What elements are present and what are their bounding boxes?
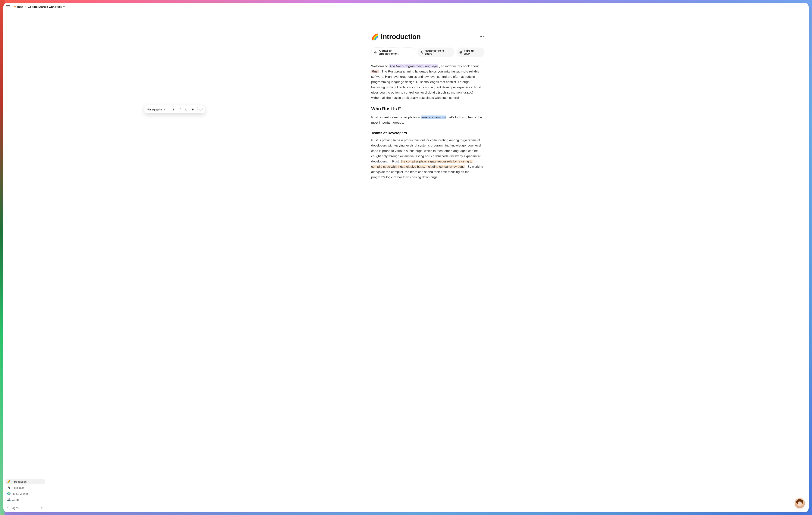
document-header: 🌈 Introduction ••• — [371, 33, 484, 41]
app-window: / Rust / Getting Started with Rust 🌈 Int… — [3, 3, 809, 512]
sidebar-item-label: Cargo — [12, 498, 20, 501]
document-title-wrap: 🌈 Introduction — [371, 33, 420, 41]
app-body: 🌈 Introduction 🔌 Installation 🌍 Hello, W… — [3, 10, 809, 512]
action-label: Faire un QCM — [464, 49, 482, 55]
underline-button[interactable]: U — [183, 107, 189, 112]
document-emoji[interactable]: 🌈 — [371, 33, 379, 40]
sidebar-item-emoji: 🌈 — [7, 480, 11, 483]
sidebar-item-introduction[interactable]: 🌈 Introduction — [5, 479, 45, 484]
sidebar-footer: Pages + — [5, 504, 45, 511]
intro-paragraph[interactable]: Welcome to The Rust Programming Language… — [371, 64, 484, 100]
document: 🌈 Introduction ••• Ajouter un enregistre… — [368, 10, 488, 193]
strikethrough-button[interactable]: S — [190, 107, 196, 112]
status-dot-icon — [14, 6, 16, 7]
document-title[interactable]: Introduction — [381, 33, 420, 41]
teams-heading[interactable]: Teams of Developers — [371, 131, 484, 135]
svg-point-5 — [461, 52, 461, 53]
add-page-button[interactable]: + — [40, 506, 43, 510]
chevron-down-icon — [63, 5, 65, 8]
breadcrumb-parent[interactable]: Rust — [14, 5, 23, 8]
menu-toggle-icon[interactable] — [6, 5, 10, 8]
action-row: Ajouter un enregistrement Retranscrire l… — [371, 48, 484, 57]
italic-button[interactable]: I — [177, 107, 183, 112]
sidebar-item-label: Hello, World! — [12, 492, 28, 495]
breadcrumb-separator: / — [25, 5, 26, 8]
breadcrumb-separator: / — [12, 5, 12, 8]
sidebar-item-emoji: 🚢 — [7, 498, 11, 501]
chevron-up-icon — [6, 507, 9, 509]
add-recording-button[interactable]: Ajouter un enregistrement — [371, 48, 415, 57]
selected-text: variety of reasons — [420, 116, 446, 119]
highlighted-book-name: The Rust Programming Language — [389, 64, 438, 68]
block-type-label: Paragraphe — [147, 108, 162, 111]
sidebar-item-cargo[interactable]: 🚢 Cargo — [5, 497, 45, 503]
content-area: 🌈 Introduction ••• Ajouter un enregistre… — [47, 10, 809, 512]
highlighted-rust-word: Rust — [371, 70, 379, 73]
sidebar-item-installation[interactable]: 🔌 Installation — [5, 485, 45, 490]
sidebar-footer-label: Pages — [10, 506, 19, 510]
retranscribe-button[interactable]: Retranscrire le cours — [417, 48, 454, 57]
block-type-selector[interactable]: Paragraphe — [146, 107, 167, 112]
text: , an introductory book about — [439, 64, 479, 68]
color-picker-button[interactable] — [199, 108, 203, 111]
toolbar-separator — [197, 107, 198, 111]
sidebar-item-emoji: 🔌 — [7, 486, 11, 489]
sidebar-item-label: Installation — [12, 486, 25, 489]
bold-button[interactable]: B — [171, 107, 176, 112]
sidebar-item-emoji: 🌍 — [7, 492, 11, 495]
action-label: Ajouter un enregistrement — [379, 49, 412, 55]
waveform-icon — [374, 51, 377, 54]
quiz-button[interactable]: Faire un QCM — [457, 48, 484, 57]
pages-toggle[interactable]: Pages — [6, 506, 19, 510]
teams-paragraph[interactable]: Rust is proving to be a productive tool … — [371, 138, 484, 180]
text: Rust is ideal for many people for a — [371, 116, 420, 119]
sidebar-item-label: Introduction — [12, 480, 27, 483]
floating-format-toolbar: Paragraphe B I U S — [144, 105, 205, 113]
breadcrumb-current[interactable]: Getting Started with Rust — [28, 5, 65, 8]
who-heading[interactable]: Who Rust Is F — [371, 106, 484, 111]
breadcrumb-current-label: Getting Started with Rust — [28, 5, 62, 8]
text: Rust is proving to be a productive tool … — [371, 139, 481, 163]
breadcrumb-parent-label: Rust — [17, 5, 23, 8]
atom-icon — [459, 51, 462, 54]
user-avatar[interactable] — [795, 498, 805, 508]
sidebar-item-hello-world[interactable]: 🌍 Hello, World! — [5, 491, 45, 496]
sidebar: 🌈 Introduction 🔌 Installation 🌍 Hello, W… — [3, 10, 47, 512]
topbar: / Rust / Getting Started with Rust — [3, 3, 809, 10]
who-paragraph[interactable]: Rust is ideal for many people for a vari… — [371, 115, 484, 125]
sparkle-icon — [420, 51, 423, 54]
more-options-button[interactable]: ••• — [480, 35, 484, 39]
toolbar-separator — [169, 107, 169, 111]
text: Welcome to — [371, 64, 389, 68]
sidebar-pages-list: 🌈 Introduction 🔌 Installation 🌍 Hello, W… — [5, 479, 45, 503]
action-label: Retranscrire le cours — [425, 49, 452, 55]
chevron-down-icon — [163, 108, 166, 111]
text: . The Rust programming language helps yo… — [371, 70, 481, 99]
